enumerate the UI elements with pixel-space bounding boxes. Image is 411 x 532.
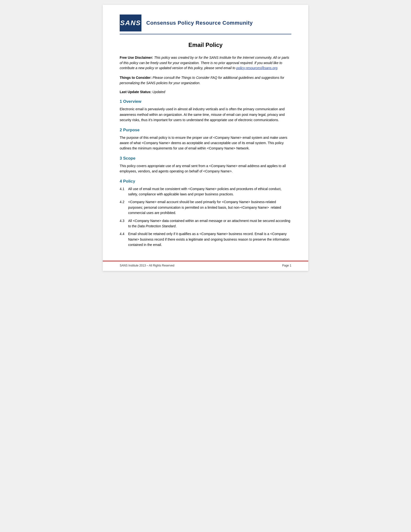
footer-inner: SANS Institute 2013 – All Rights Reserve… [120, 264, 291, 267]
policy-item-text: All use of email must be consistent with… [128, 186, 291, 197]
section-heading-2: 2 Purpose [120, 128, 291, 133]
section-body-3: This policy covers appropriate use of an… [120, 163, 291, 174]
sections-container: 1 OverviewElectronic email is pervasivel… [120, 99, 291, 247]
section-body-1: Electronic email is pervasively used in … [120, 106, 291, 123]
section-heading-3: 3 Scope [120, 156, 291, 161]
footer-left: SANS Institute 2013 – All Rights Reserve… [120, 264, 174, 267]
page-footer: SANS Institute 2013 – All Rights Reserve… [103, 261, 308, 271]
section-4: 4 Policy4.1All use of email must be cons… [120, 179, 291, 248]
policy-item-4.2: 4.2<Company Name> email account should b… [120, 199, 291, 216]
policy-list: 4.1All use of email must be consistent w… [120, 186, 291, 248]
disclaimer-label: Free Use Disclaimer: [120, 56, 153, 59]
disclaimer-link[interactable]: policy-resources@sans.org [236, 66, 277, 70]
section-1: 1 OverviewElectronic email is pervasivel… [120, 99, 291, 123]
policy-item-num: 4.2 [120, 199, 128, 216]
policy-item-num: 4.1 [120, 186, 128, 197]
section-heading-1: 1 Overview [120, 99, 291, 104]
policy-item-text: All <Company Name> data contained within… [128, 218, 291, 229]
policy-item-num: 4.3 [120, 218, 128, 229]
policy-item-4.3: 4.3All <Company Name> data contained wit… [120, 218, 291, 229]
logo-text: SANS [120, 19, 141, 27]
disclaimer-end: . [277, 66, 278, 70]
footer-right: Page 1 [282, 264, 291, 267]
document-title: Email Policy [120, 42, 291, 48]
section-3: 3 ScopeThis policy covers appropriate us… [120, 156, 291, 174]
policy-item-text: Email should be retained only if it qual… [128, 231, 291, 247]
sans-logo: SANS [120, 15, 141, 31]
page-header: SANS Consensus Policy Resource Community [120, 15, 291, 34]
section-body-2: The purpose of this email policy is to e… [120, 135, 291, 151]
things-to-consider-section: Things to Consider: Please consult the T… [120, 75, 291, 86]
disclaimer-section: Free Use Disclaimer: This policy was cre… [120, 55, 291, 71]
header-title: Consensus Policy Resource Community [146, 20, 253, 26]
policy-item-4.4: 4.4Email should be retained only if it q… [120, 231, 291, 247]
last-update-label: Last Update Status: [120, 90, 151, 94]
last-update-status: Updated [152, 90, 165, 94]
policy-item-4.1: 4.1All use of email must be consistent w… [120, 186, 291, 197]
section-2: 2 PurposeThe purpose of this email polic… [120, 128, 291, 151]
section-heading-4: 4 Policy [120, 179, 291, 184]
policy-item-text: <Company Name> email account should be u… [128, 199, 291, 216]
document-page: SANS Consensus Policy Resource Community… [103, 5, 308, 271]
last-update-section: Last Update Status: Updated [120, 90, 291, 94]
policy-item-num: 4.4 [120, 231, 128, 247]
things-label: Things to Consider: [120, 76, 152, 80]
